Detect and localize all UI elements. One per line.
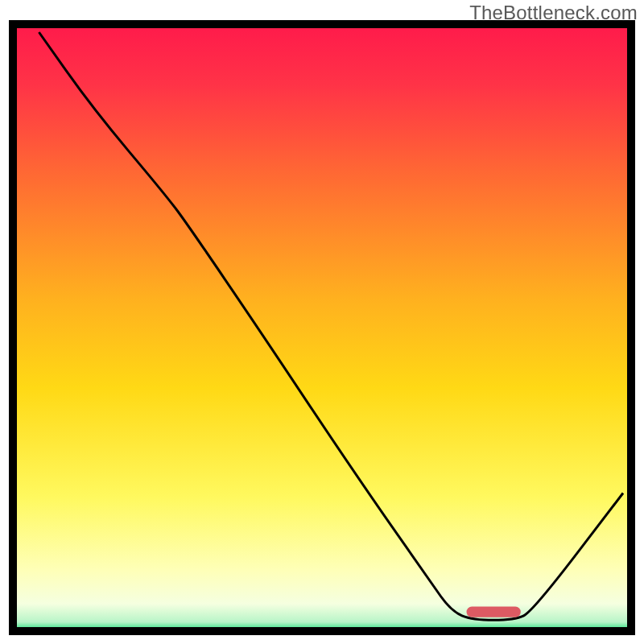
bottleneck-chart bbox=[0, 0, 644, 644]
optimal-marker bbox=[467, 606, 521, 617]
site-watermark: TheBottleneck.com bbox=[469, 2, 638, 24]
chart-background-gradient bbox=[13, 24, 631, 631]
chart-container: TheBottleneck.com bbox=[0, 0, 644, 644]
